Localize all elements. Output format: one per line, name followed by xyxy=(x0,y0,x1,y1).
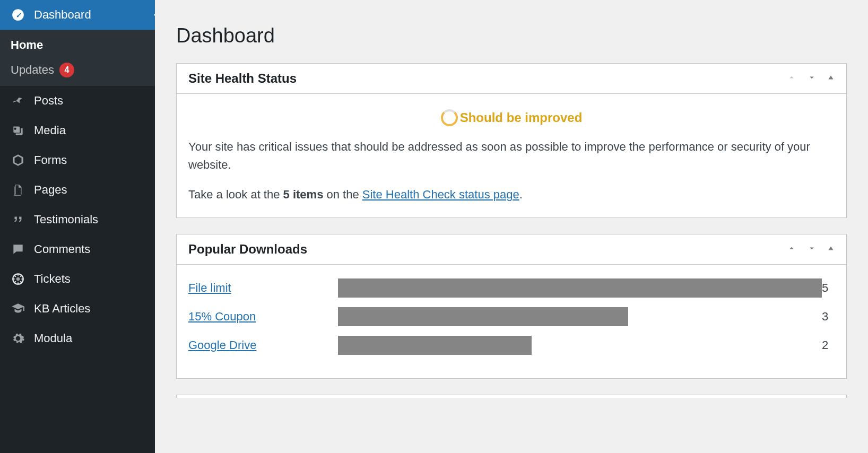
download-count: 5 xyxy=(822,279,835,297)
page-title: Dashboard xyxy=(176,24,847,47)
sidebar-item-kb[interactable]: KB Articles xyxy=(0,294,155,324)
pin-icon xyxy=(11,93,25,108)
pages-icon xyxy=(11,182,25,197)
sidebar-item-label: Testimonials xyxy=(34,213,98,227)
download-row: 15% Coupon3 xyxy=(188,307,835,326)
chevron-up-icon[interactable] xyxy=(787,73,796,84)
sidebar-sub-home[interactable]: Home xyxy=(0,33,155,57)
download-bar-wrap xyxy=(338,307,822,326)
sidebar-item-modula[interactable]: Modula xyxy=(0,324,155,353)
panel-body: File limit515% Coupon3Google Drive2 xyxy=(177,265,846,378)
spinner-icon xyxy=(441,109,458,126)
forms-icon xyxy=(11,153,25,168)
sidebar-item-pages[interactable]: Pages xyxy=(0,175,155,205)
download-label: File limit xyxy=(188,279,338,297)
triangle-up-icon[interactable] xyxy=(827,245,835,254)
download-label: Google Drive xyxy=(188,336,338,354)
panel-title: Site Health Status xyxy=(188,71,297,86)
site-health-link[interactable]: Site Health Check status page xyxy=(362,188,519,201)
sidebar-item-label: Dashboard xyxy=(34,8,91,22)
sidebar-item-label: Tickets xyxy=(34,272,71,286)
download-bar xyxy=(338,307,628,326)
download-row: File limit5 xyxy=(188,278,835,298)
quote-icon xyxy=(11,212,25,227)
sidebar-submenu: Home Updates 4 xyxy=(0,30,155,86)
sidebar-item-forms[interactable]: Forms xyxy=(0,145,155,175)
sidebar-item-tickets[interactable]: Tickets xyxy=(0,264,155,294)
popular-downloads-panel: Popular Downloads File limit515% Coupon3… xyxy=(176,234,847,379)
download-count: 2 xyxy=(822,336,835,354)
sidebar-item-label: Modula xyxy=(34,332,72,345)
download-bar-wrap xyxy=(338,336,822,355)
download-bar xyxy=(338,278,822,298)
site-health-status: Should be improved xyxy=(188,108,835,127)
download-bar-wrap xyxy=(338,278,822,298)
panel-header: Popular Downloads xyxy=(177,234,846,265)
download-link[interactable]: File limit xyxy=(188,281,231,294)
sidebar-sub-label: Home xyxy=(11,38,43,52)
sidebar-item-dashboard[interactable]: Dashboard xyxy=(0,0,155,30)
download-bar-track xyxy=(338,307,822,326)
text: Take a look at the xyxy=(188,188,283,201)
updates-badge: 4 xyxy=(59,63,74,77)
download-bar-track xyxy=(338,278,822,298)
sidebar-sub-updates[interactable]: Updates 4 xyxy=(0,57,155,83)
download-link[interactable]: 15% Coupon xyxy=(188,310,256,323)
site-health-items: Take a look at the 5 items on the Site H… xyxy=(188,186,835,204)
download-link[interactable]: Google Drive xyxy=(188,338,256,352)
svg-point-1 xyxy=(16,277,20,281)
tickets-icon xyxy=(11,272,25,286)
triangle-up-icon[interactable] xyxy=(827,74,835,83)
text: . xyxy=(519,188,523,201)
dashboard-icon xyxy=(11,7,25,22)
panel-title: Popular Downloads xyxy=(188,242,307,257)
panel-body: Should be improved Your site has critica… xyxy=(177,94,846,217)
comment-icon xyxy=(11,242,25,257)
sidebar-item-comments[interactable]: Comments xyxy=(0,234,155,264)
chevron-up-icon[interactable] xyxy=(787,243,796,255)
sidebar-item-media[interactable]: Media xyxy=(0,116,155,145)
sidebar-item-label: Forms xyxy=(34,153,67,167)
site-health-description: Your site has critical issues that shoul… xyxy=(188,138,835,174)
text: on the xyxy=(323,188,362,201)
media-icon xyxy=(11,123,25,138)
sidebar-item-posts[interactable]: Posts xyxy=(0,86,155,116)
panel-header: Site Health Status xyxy=(177,64,846,94)
sidebar-item-label: Comments xyxy=(34,242,90,256)
items-count: 5 items xyxy=(283,188,324,201)
download-row: Google Drive2 xyxy=(188,336,835,355)
download-label: 15% Coupon xyxy=(188,308,338,326)
panel-controls xyxy=(787,73,835,84)
main-content: Dashboard Site Health Status Should be i… xyxy=(155,0,868,453)
next-panel xyxy=(176,395,847,398)
sidebar-sub-label: Updates xyxy=(11,63,54,77)
sidebar-item-label: Posts xyxy=(34,94,63,108)
status-label: Should be improved xyxy=(460,108,583,127)
chevron-down-icon[interactable] xyxy=(807,73,817,84)
download-bar xyxy=(338,336,532,355)
graduation-icon xyxy=(11,301,25,316)
panel-controls xyxy=(787,243,835,255)
sidebar-item-label: KB Articles xyxy=(34,302,90,316)
download-bar-track xyxy=(338,336,822,355)
gear-icon xyxy=(11,331,25,346)
site-health-panel: Site Health Status Should be improved Yo… xyxy=(176,63,847,218)
sidebar-item-label: Media xyxy=(34,124,66,137)
admin-sidebar: Dashboard Home Updates 4 Posts Media For… xyxy=(0,0,155,453)
chevron-down-icon[interactable] xyxy=(807,243,817,255)
download-count: 3 xyxy=(822,308,835,326)
sidebar-item-label: Pages xyxy=(34,183,67,197)
sidebar-item-testimonials[interactable]: Testimonials xyxy=(0,205,155,234)
